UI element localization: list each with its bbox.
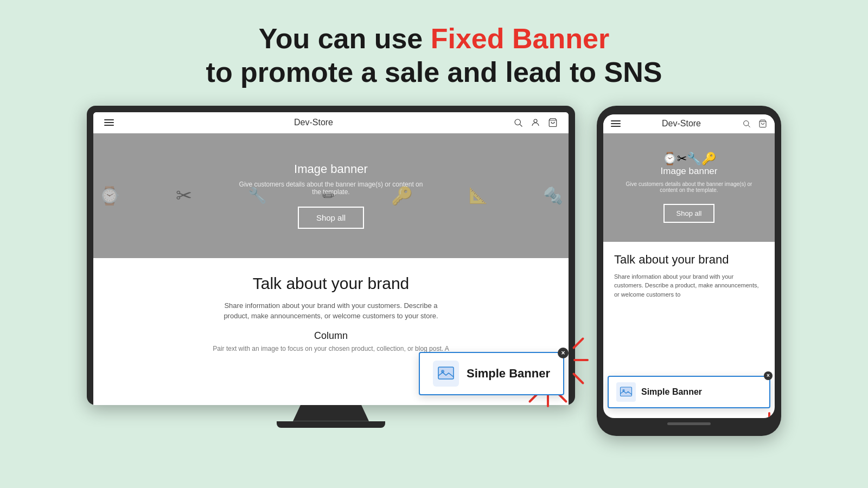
mobile-brand-section: Talk about your brand Share information … (603, 242, 775, 310)
mobile-cart-icon[interactable] (758, 119, 767, 128)
phone-home-bar (667, 422, 711, 425)
mobile-hamburger-menu[interactable] (611, 120, 621, 127)
image-icon (437, 365, 455, 382)
svg-rect-9 (621, 387, 632, 396)
hamburger-menu[interactable] (104, 119, 114, 126)
search-icon[interactable] (513, 118, 523, 127)
desktop-brand-title: Talk about your brand (115, 274, 547, 293)
mobile-banner-subtitle: Give customers details about the banner … (624, 181, 754, 193)
mobile-brand-title: Talk about your brand (614, 253, 764, 267)
devices-row: Dev-Store ⌚ ✂ 🔧 ✏ 🔑 (87, 106, 781, 436)
mobile-banner-label: Simple Banner (641, 387, 702, 397)
desktop-column-desc: Pair text with an image to focus on your… (115, 345, 547, 352)
cart-icon[interactable] (548, 118, 558, 127)
mobile-nav-icons (742, 119, 767, 128)
mobile-banner-icon (616, 382, 636, 402)
desktop-brand-desc: Share information about your brand with … (212, 300, 450, 322)
headline-line1-normal: You can use (259, 23, 431, 54)
svg-line-7 (748, 125, 750, 127)
mobile-search-icon[interactable] (742, 119, 751, 128)
mobile-banner-close[interactable]: × (764, 371, 773, 380)
desktop-column-title: Column (115, 330, 547, 342)
desktop-banner-title: Image banner (294, 162, 368, 176)
desktop-banner-close[interactable]: × (558, 348, 569, 358)
headline-highlight: Fixed Banner (431, 23, 609, 54)
mobile-image-icon (620, 386, 633, 399)
mobile-banner-bg-decoration: ⌚✂🔧🔑 (662, 152, 716, 166)
svg-line-1 (520, 124, 522, 126)
monitor-screen: Dev-Store ⌚ ✂ 🔧 ✏ 🔑 (93, 112, 569, 405)
svg-point-6 (744, 120, 749, 125)
desktop-nav-icons (513, 118, 558, 127)
desktop-image-banner: ⌚ ✂ 🔧 ✏ 🔑 📐 🔩 Image banner Give customer… (93, 133, 569, 258)
desktop-wrapper: Dev-Store ⌚ ✂ 🔧 ✏ 🔑 (87, 106, 575, 428)
mobile-logo: Dev-Store (662, 119, 701, 129)
desktop-logo: Dev-Store (294, 118, 333, 127)
mobile-image-banner: ⌚✂🔧🔑 Image banner Give customers details… (603, 133, 775, 242)
phone-screen: Dev-Store ⌚✂🔧🔑 Image banner Give custome… (603, 114, 775, 418)
desktop-store-header: Dev-Store (93, 112, 569, 133)
monitor: Dev-Store ⌚ ✂ 🔧 ✏ 🔑 (87, 106, 575, 405)
svg-rect-4 (438, 367, 454, 379)
mobile-shop-all-button[interactable]: Shop all (663, 204, 715, 223)
svg-point-0 (515, 119, 521, 125)
mobile-store-header: Dev-Store (603, 114, 775, 133)
svg-point-2 (534, 119, 537, 123)
monitor-stand (293, 405, 369, 421)
user-icon[interactable] (531, 118, 540, 127)
desktop-banner-label: Simple Banner (467, 367, 550, 381)
phone: Dev-Store ⌚✂🔧🔑 Image banner Give custome… (597, 106, 781, 436)
monitor-base (277, 421, 385, 428)
mobile-banner-title: Image banner (661, 166, 718, 177)
desktop-banner-subtitle: Give customers details about the banner … (239, 181, 423, 196)
mobile-simple-banner-popup: × Simple Banner (608, 376, 770, 408)
mobile-brand-desc: Share information about your brand with … (614, 272, 764, 299)
mobile-wrapper: Dev-Store ⌚✂🔧🔑 Image banner Give custome… (597, 106, 781, 436)
headline-line2: to promote a sale and lead to SNS (206, 55, 662, 89)
headline: You can use Fixed Banner to promote a sa… (206, 22, 662, 89)
desktop-shop-all-button[interactable]: Shop all (298, 207, 364, 229)
desktop-banner-icon (433, 361, 459, 387)
desktop-simple-banner-popup: × Simple Banner (419, 352, 564, 395)
